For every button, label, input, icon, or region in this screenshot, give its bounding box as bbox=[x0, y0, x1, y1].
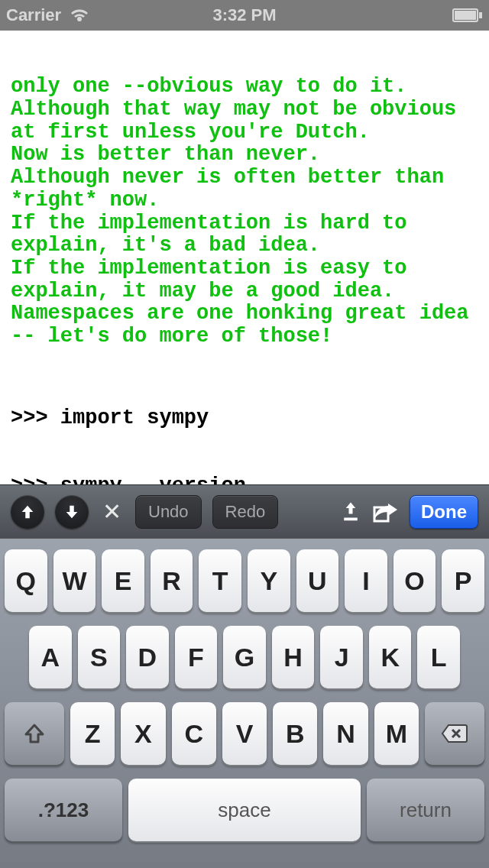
key-z[interactable]: Z bbox=[70, 702, 115, 765]
keyboard-accessory-toolbar: ✕ Undo Redo Done bbox=[0, 484, 489, 538]
key-s[interactable]: S bbox=[78, 626, 121, 688]
key-i[interactable]: I bbox=[345, 549, 387, 612]
terminal-output[interactable]: only one --obvious way to do it. Althoug… bbox=[0, 31, 489, 484]
key-k[interactable]: K bbox=[369, 626, 412, 688]
keyboard-row-2: A S D F G H J K L bbox=[5, 626, 484, 688]
key-v[interactable]: V bbox=[222, 702, 267, 765]
clear-button[interactable]: ✕ bbox=[99, 498, 125, 525]
onscreen-keyboard: Q W E R T Y U I O P A S D F G H J K L Z … bbox=[0, 538, 489, 868]
key-y[interactable]: Y bbox=[248, 549, 290, 612]
key-m[interactable]: M bbox=[374, 702, 419, 765]
redo-button[interactable]: Redo bbox=[212, 495, 279, 529]
key-shift[interactable] bbox=[5, 702, 64, 765]
zen-of-python-text: only one --obvious way to do it. Althoug… bbox=[11, 76, 478, 348]
key-b[interactable]: B bbox=[273, 702, 317, 765]
key-return[interactable]: return bbox=[367, 779, 484, 841]
key-f[interactable]: F bbox=[175, 626, 218, 688]
key-n[interactable]: N bbox=[323, 702, 368, 765]
key-c[interactable]: C bbox=[172, 702, 216, 765]
undo-button[interactable]: Undo bbox=[135, 495, 202, 529]
key-e[interactable]: E bbox=[102, 549, 144, 612]
key-q[interactable]: Q bbox=[5, 549, 47, 612]
keyboard-row-3: Z X C V B N M bbox=[5, 702, 484, 765]
key-d[interactable]: D bbox=[126, 626, 169, 688]
upload-icon[interactable] bbox=[339, 500, 362, 523]
key-space[interactable]: space bbox=[128, 779, 361, 841]
shift-icon bbox=[23, 723, 46, 744]
key-x[interactable]: X bbox=[121, 702, 165, 765]
keyboard-row-1: Q W E R T Y U I O P bbox=[5, 549, 484, 612]
key-r[interactable]: R bbox=[151, 549, 193, 612]
key-mode-toggle[interactable]: .?123 bbox=[5, 779, 122, 841]
status-time: 3:32 PM bbox=[212, 5, 276, 25]
done-button[interactable]: Done bbox=[410, 495, 478, 529]
keyboard-row-4: .?123 space return bbox=[5, 779, 484, 841]
svg-rect-2 bbox=[479, 12, 482, 18]
key-l[interactable]: L bbox=[417, 626, 460, 688]
share-icon[interactable] bbox=[373, 501, 399, 523]
key-w[interactable]: W bbox=[53, 549, 96, 612]
key-j[interactable]: J bbox=[320, 626, 363, 688]
wifi-icon bbox=[69, 8, 90, 23]
backspace-icon bbox=[441, 724, 468, 743]
key-t[interactable]: T bbox=[199, 549, 241, 612]
carrier-label: Carrier bbox=[6, 5, 61, 25]
history-down-button[interactable] bbox=[55, 495, 89, 529]
key-p[interactable]: P bbox=[442, 549, 484, 612]
key-backspace[interactable] bbox=[425, 702, 484, 765]
key-o[interactable]: O bbox=[393, 549, 436, 612]
key-a[interactable]: A bbox=[29, 626, 72, 688]
history-up-button[interactable] bbox=[11, 495, 44, 529]
command-line-2: >>> sympy.__version__ bbox=[11, 475, 478, 484]
key-h[interactable]: H bbox=[272, 626, 315, 688]
battery-icon bbox=[452, 8, 483, 22]
command-line-1: >>> import sympy bbox=[11, 407, 478, 430]
svg-rect-1 bbox=[455, 11, 476, 20]
status-bar: Carrier 3:32 PM bbox=[0, 0, 489, 31]
key-g[interactable]: G bbox=[223, 626, 266, 688]
key-u[interactable]: U bbox=[296, 549, 339, 612]
